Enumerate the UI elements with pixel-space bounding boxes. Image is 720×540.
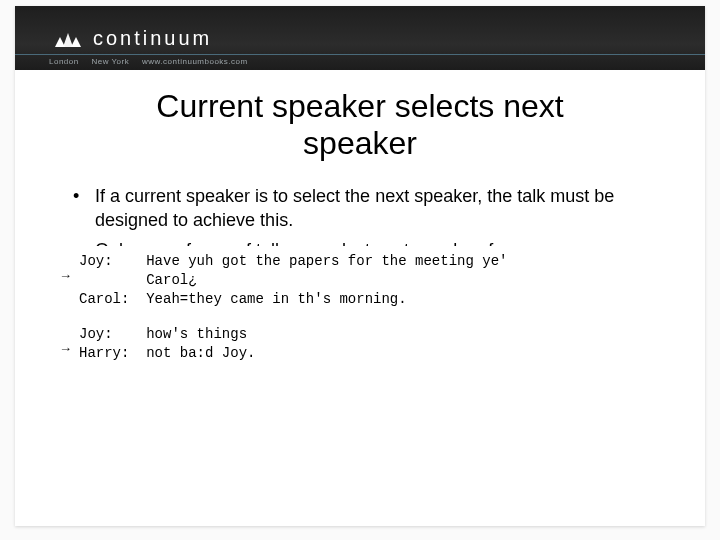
slide-content: Current speaker selects next speaker If … <box>15 70 705 262</box>
brand-url: www.continuumbooks.com <box>142 57 248 66</box>
svg-marker-0 <box>55 37 65 47</box>
svg-marker-2 <box>71 37 81 47</box>
slide-title: Current speaker selects next speaker <box>100 88 620 162</box>
continuum-logo-icon <box>49 23 83 53</box>
slide: continuum London New York www.continuumb… <box>15 6 705 526</box>
transcript-overlay: → Joy: Have yuh got the papers for the m… <box>53 246 668 376</box>
transcript-block-2: Joy: how's things Harry: not ba:d Joy. <box>79 325 255 363</box>
brand-name: continuum <box>93 27 212 50</box>
header-bar: continuum London New York www.continuumb… <box>15 6 705 70</box>
city-newyork: New York <box>91 57 129 66</box>
bullet-item: If a current speaker is to select the ne… <box>73 184 665 233</box>
transcript-block-1: Joy: Have yuh got the papers for the mee… <box>79 252 507 309</box>
header-subtext: London New York www.continuumbooks.com <box>49 57 258 66</box>
city-london: London <box>49 57 79 66</box>
arrow-icon: → <box>59 325 79 356</box>
arrow-icon: → <box>59 252 79 283</box>
svg-marker-1 <box>63 33 73 47</box>
